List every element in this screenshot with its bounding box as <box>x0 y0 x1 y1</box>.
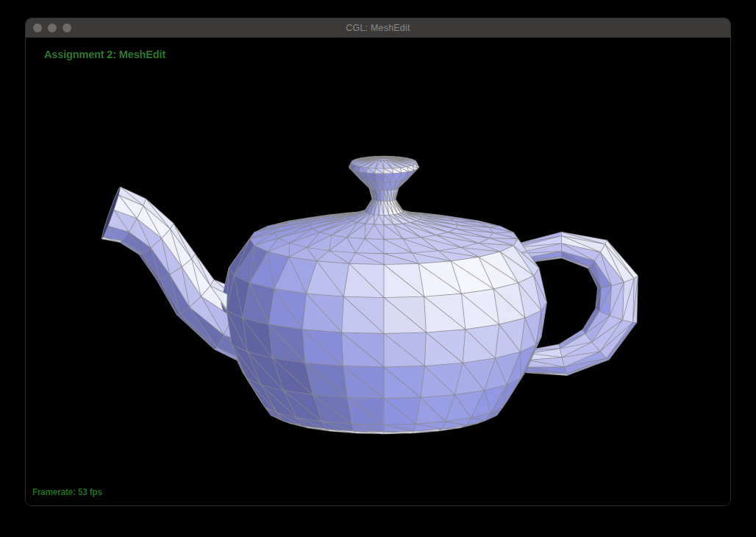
title-bar[interactable]: CGL: MeshEdit <box>26 18 730 38</box>
app-window: CGL: MeshEdit Assignment 2: MeshEdit Fra… <box>25 18 731 506</box>
mesh-viewport-canvas[interactable] <box>26 38 730 505</box>
window-controls <box>33 24 71 32</box>
minimize-button[interactable] <box>48 24 57 32</box>
zoom-button[interactable] <box>63 24 71 32</box>
viewport: Assignment 2: MeshEdit Framerate: 53 fps <box>26 38 730 505</box>
assignment-title: Assignment 2: MeshEdit <box>44 48 165 61</box>
framerate-text: Framerate: 53 fps <box>32 487 102 497</box>
window-title: CGL: MeshEdit <box>26 18 730 38</box>
close-button[interactable] <box>33 24 42 32</box>
